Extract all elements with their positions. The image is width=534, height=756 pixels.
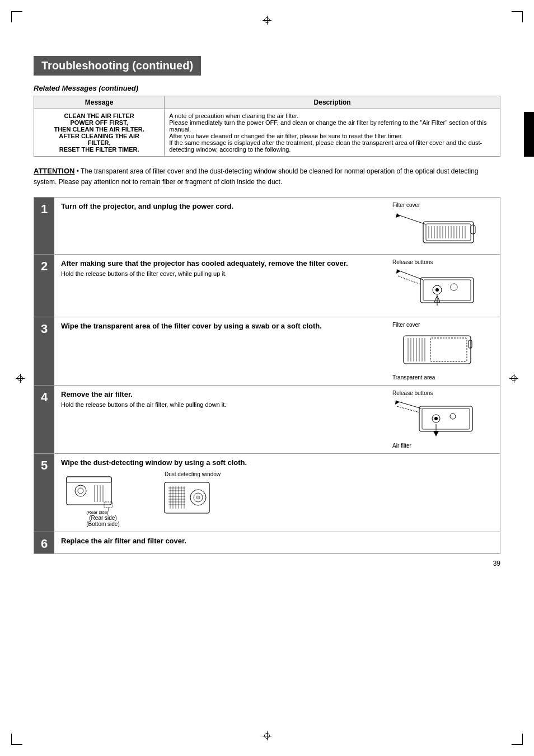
svg-rect-50 [67,477,111,482]
svg-rect-49 [67,477,111,505]
step-1-content: Turn off the projector, and unplug the p… [54,198,388,254]
step-5-title: Wipe the dust-detecting window by using … [61,458,493,467]
step-4-image: Release buttons Air [388,386,500,453]
svg-point-45 [434,417,438,420]
svg-line-41 [397,406,419,412]
svg-text:(Rear side): (Rear side) [86,510,109,515]
svg-line-0 [398,215,426,224]
step-4-title: Remove the air filter. [61,390,381,398]
svg-point-28 [451,284,457,290]
attention-bullet: • [77,167,81,175]
svg-rect-42 [419,406,472,431]
step-4-image-bottom-label: Air filter [392,443,411,449]
step-3-image-top-label: Filter cover [392,322,420,328]
svg-rect-37 [430,338,467,361]
step-3-illustration [392,330,482,372]
step-4-number: 4 [34,386,54,453]
step-5-row: 5 Wipe the dust-detecting window by usin… [34,453,500,532]
svg-point-25 [435,288,439,292]
table-row: CLEAN THE AIR FILTERPOWER OFF FIRST,THEN… [34,109,500,157]
svg-point-63 [196,496,200,499]
svg-point-46 [450,414,456,419]
step-4-image-top-label: Release buttons [392,390,433,396]
step-3-number: 3 [34,317,54,385]
step-4-illustration [392,398,482,440]
step-5-dust-window-illustration [162,480,223,519]
step-1-number: 1 [34,198,54,254]
steps-container: 1 Turn off the projector, and unplug the… [34,197,500,554]
step-5-left-image: (Rear side) (Rear side) (Bottom side) [61,471,145,527]
step-3-content: Wipe the transparent area of the filter … [54,317,388,385]
step-5-projector-illustration: (Rear side) [64,471,142,516]
svg-rect-23 [423,280,471,300]
page-title: Troubleshooting (continued) [34,56,201,76]
step-3-row: 3 Wipe the transparent area of the filte… [34,317,500,385]
step-4-row: 4 Remove the air filter. Hold the releas… [34,385,500,453]
svg-marker-48 [433,431,439,436]
svg-marker-1 [396,213,400,218]
step-5-dust-label: Dust detecting window [165,471,221,477]
table-cell-message: CLEAN THE AIR FILTERPOWER OFF FIRST,THEN… [34,109,165,157]
page-number: 39 [34,560,500,567]
svg-line-19 [398,270,423,280]
svg-marker-20 [396,269,400,274]
section-subtitle: Related Messages (continued) [34,84,500,92]
svg-point-51 [75,485,86,496]
message-table: Message Description CLEAN THE AIR FILTER… [34,96,500,157]
table-header-message: Message [34,96,165,109]
step-5-rear-label: (Rear side) [89,515,116,521]
step-2-illustration [392,267,482,312]
svg-marker-40 [395,400,399,405]
step-3-image: Filter cover Transpa [388,317,500,385]
step-4-desc: Hold the release buttons of the air filt… [61,401,381,409]
step-4-content: Remove the air filter. Hold the release … [54,386,388,453]
step-5-inner: (Rear side) (Rear side) (Bottom side) Du… [61,469,493,527]
attention-text: The transparent area of filter cover and… [34,167,479,186]
step-2-desc: Hold the release buttons of the filter c… [61,270,381,278]
step-5-number: 5 [34,454,54,532]
attention-box: ATTENTION • The transparent area of filt… [34,166,500,187]
step-1-image: Filter cover [388,198,500,254]
svg-rect-38 [469,340,472,348]
step-1-illustration [392,210,482,250]
step-2-row: 2 After making sure that the projector h… [34,254,500,317]
step-2-image: Release buttons [388,255,500,317]
step-6-row: 6 Replace the air filter and filter cove… [34,532,500,554]
svg-rect-22 [420,278,474,303]
step-5-content: Wipe the dust-detecting window by using … [54,454,500,532]
svg-rect-18 [471,225,475,234]
svg-line-21 [398,276,420,284]
step-5-right-image: Dust detecting window [151,471,235,519]
step-1-row: 1 Turn off the projector, and unplug the… [34,197,500,254]
step-2-image-label: Release buttons [392,259,433,265]
step-2-number: 2 [34,255,54,317]
step-5-bottom-label: (Bottom side) [86,521,119,527]
title-section: Troubleshooting (continued) [34,56,500,76]
step-6-content: Replace the air filter and filter cover. [54,532,500,553]
table-header-description: Description [165,96,500,109]
step-3-title: Wipe the transparent area of the filter … [61,322,381,330]
step-2-content: After making sure that the projector has… [54,255,388,317]
step-2-title: After making sure that the projector has… [61,259,381,267]
attention-label: ATTENTION [34,167,74,175]
step-1-title: Turn off the projector, and unplug the p… [61,202,381,210]
step-3-image-bottom-label: Transparent area [392,374,435,381]
step-6-number: 6 [34,532,54,553]
svg-point-52 [78,488,83,494]
step-1-image-label: Filter cover [392,202,420,208]
svg-rect-43 [422,408,470,429]
table-cell-description: A note of precaution when cleaning the a… [165,109,500,157]
step-6-title: Replace the air filter and filter cover. [61,537,493,545]
